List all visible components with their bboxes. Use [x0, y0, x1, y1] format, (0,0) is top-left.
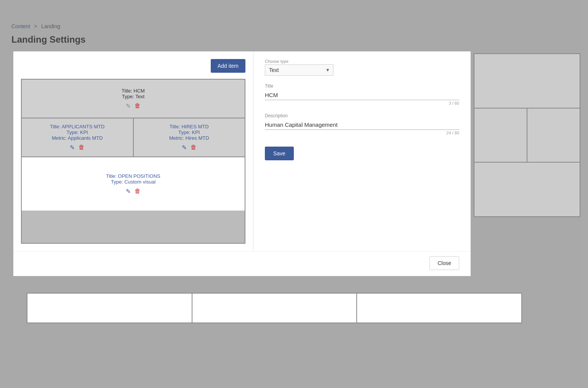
cell-hcm-title: Title: HCM Type: Text [122, 88, 145, 99]
grid-row-1: Title: HCM Type: Text ✎ 🗑 [22, 80, 245, 118]
right-grid-cell-3-1 [474, 163, 580, 216]
title-form-group: Title 3 / 60 [265, 83, 459, 105]
open-positions-actions: ✎ 🗑 [126, 188, 141, 195]
applicants-delete-icon[interactable]: 🗑 [79, 144, 85, 151]
add-item-button[interactable]: Add item [211, 59, 245, 73]
open-positions-delete-icon[interactable]: 🗑 [135, 188, 141, 195]
grid-cell-applicants: Title: APPLICANTS MTD Type: KPI Metric: … [22, 118, 134, 156]
applicants-edit-icon[interactable]: ✎ [70, 144, 75, 151]
bottom-cell-3 [357, 293, 522, 323]
hcm-delete-icon[interactable]: 🗑 [135, 102, 141, 110]
right-outside-grid [474, 53, 580, 217]
right-grid-cell-2-2 [527, 109, 580, 162]
title-label: Title [265, 83, 459, 89]
left-panel: Add item Title: HCM Type: Text ✎ 🗑 [13, 51, 253, 251]
open-positions-edit-icon[interactable]: ✎ [126, 188, 131, 195]
type-selector-area: Choose type Text ▼ [265, 59, 459, 76]
right-grid-cell-2-1 [474, 109, 527, 162]
type-select[interactable]: Text ▼ [265, 64, 333, 76]
cell-applicants-title: Title: APPLICANTS MTD Type: KPI Metric: … [50, 124, 104, 141]
right-grid-row-2 [474, 109, 580, 163]
description-form-group: Description 24 / 80 [265, 113, 459, 135]
type-label: Choose type [265, 59, 459, 64]
description-input[interactable] [265, 120, 459, 130]
modal-body: Add item Title: HCM Type: Text ✎ 🗑 [13, 51, 471, 251]
right-grid-row-1 [474, 54, 580, 109]
cell-hires-title: Title: HIRES MTD Type: KPI Metric: Hires… [169, 124, 209, 141]
hires-actions: ✎ 🗑 [182, 144, 197, 151]
description-label: Description [265, 113, 459, 118]
right-panel: Choose type Text ▼ Title 3 / 60 Descript… [253, 51, 471, 251]
dropdown-arrow-icon: ▼ [325, 67, 330, 73]
bottom-cell-2 [192, 293, 357, 323]
title-input[interactable] [265, 90, 459, 100]
hires-delete-icon[interactable]: 🗑 [191, 144, 197, 151]
title-char-count: 3 / 60 [265, 101, 459, 105]
modal-dialog: Add item Title: HCM Type: Text ✎ 🗑 [13, 51, 471, 276]
grid-row-3: Title: OPEN POSITIONS Type: Custom visua… [22, 157, 245, 211]
close-button[interactable]: Close [429, 256, 459, 270]
hcm-actions: ✎ 🗑 [126, 102, 141, 110]
save-button[interactable]: Save [265, 147, 294, 160]
hcm-edit-icon[interactable]: ✎ [126, 102, 131, 110]
right-grid-row-3 [474, 163, 580, 216]
grid-cell-open-positions: Title: OPEN POSITIONS Type: Custom visua… [22, 157, 245, 211]
cell-open-positions-title: Title: OPEN POSITIONS Type: Custom visua… [106, 173, 160, 185]
grid-row-2: Title: APPLICANTS MTD Type: KPI Metric: … [22, 118, 245, 157]
applicants-actions: ✎ 🗑 [70, 144, 85, 151]
hires-edit-icon[interactable]: ✎ [182, 144, 187, 151]
left-header: Add item [21, 59, 245, 73]
modal-footer: Close [13, 251, 471, 276]
right-grid-cell-1-1 [474, 54, 580, 108]
layout-grid: Title: HCM Type: Text ✎ 🗑 Title: APPLICA… [21, 79, 245, 244]
grid-cell-hcm: Title: HCM Type: Text ✎ 🗑 [22, 80, 245, 118]
bottom-cell-1 [27, 293, 192, 323]
type-select-value: Text [269, 67, 279, 73]
bottom-grid-area [27, 293, 522, 323]
grid-cell-hires: Title: HIRES MTD Type: KPI Metric: Hires… [134, 118, 245, 156]
description-char-count: 24 / 80 [265, 131, 459, 135]
